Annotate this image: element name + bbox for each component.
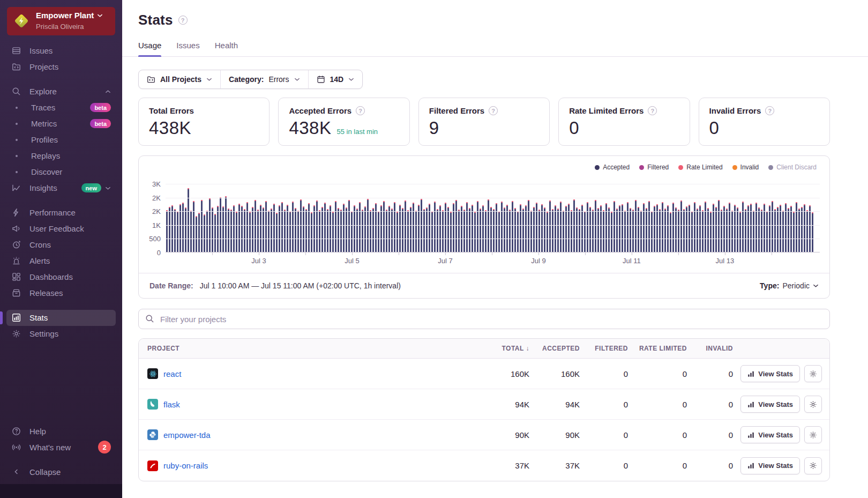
chart-bar[interactable] [480,209,481,252]
chart-bar[interactable] [230,210,232,252]
chart-bar[interactable] [472,205,473,252]
chart-bar[interactable] [731,211,733,252]
chart-bar[interactable] [316,200,318,252]
chart-bar[interactable] [394,202,395,252]
chart-bar[interactable] [683,209,685,252]
chart-bar[interactable] [699,205,701,252]
chart-bar[interactable] [571,210,572,252]
chart-bar[interactable] [581,205,583,252]
chart-bar[interactable] [447,207,449,252]
chart-bar[interactable] [592,210,594,252]
project-link[interactable]: ruby-on-rails [163,461,208,470]
chart-bar[interactable] [766,211,768,252]
chart-bar[interactable] [809,205,811,252]
chart-bar[interactable] [177,211,178,252]
chart-bar[interactable] [236,212,237,252]
chart-bar[interactable] [517,211,519,252]
chart-bar[interactable] [354,205,355,252]
chart-bar[interactable] [785,203,787,252]
chart-bar[interactable] [198,213,200,252]
chart-bar[interactable] [477,201,478,252]
chart-bar[interactable] [281,202,283,252]
chart-bar[interactable] [573,199,575,252]
legend-item-invalid[interactable]: Invalid [732,163,759,171]
chart-bar[interactable] [190,211,192,252]
chart-bar[interactable] [482,205,484,252]
legend-item-client-discard[interactable]: Client Discard [768,163,817,171]
sidebar-item-performance[interactable]: Performance [6,205,116,221]
chart-bar[interactable] [455,200,457,252]
chart-bar[interactable] [244,209,245,252]
chart-bar[interactable] [426,207,428,252]
chart-bar[interactable] [319,210,320,252]
chart-bar[interactable] [686,206,687,252]
chart-bar[interactable] [442,210,444,252]
chart-bar[interactable] [630,208,631,252]
chart-bar[interactable] [608,207,610,252]
chart-bar[interactable] [284,210,286,252]
help-icon[interactable] [765,106,774,115]
chart-bar[interactable] [297,211,299,252]
chart-bar[interactable] [579,209,580,252]
help-icon[interactable] [489,106,498,115]
chart-bar[interactable] [362,210,363,252]
chart-bar[interactable] [667,205,669,252]
chart-bar[interactable] [169,207,170,252]
chart-bar[interactable] [340,210,342,252]
chart-bar[interactable] [737,207,738,252]
chart-bar[interactable] [260,205,261,252]
chart-bar[interactable] [753,211,754,252]
chart-bar[interactable] [643,203,645,252]
chart-bar[interactable] [313,205,315,252]
chart-bar[interactable] [739,212,741,252]
chart-bar[interactable] [265,201,267,252]
chart-bar[interactable] [705,202,706,252]
chart-bar[interactable] [560,202,562,252]
chart-bar[interactable] [303,206,304,252]
chart-bar[interactable] [321,207,323,252]
chart-bar[interactable] [327,209,328,252]
chart-bar[interactable] [276,213,278,252]
sidebar-item-replays[interactable]: Replays [6,148,116,164]
chart-bar[interactable] [790,206,792,252]
chart-bar[interactable] [769,205,770,252]
sidebar-item-help[interactable]: Help [6,423,116,439]
chart-bar[interactable] [533,207,535,252]
chart-bar[interactable] [512,201,513,252]
chart-bar[interactable] [632,210,634,252]
chart-bar[interactable] [338,208,339,252]
chart-bar[interactable] [461,206,462,252]
chart-bar[interactable] [702,210,704,252]
sidebar-item-releases[interactable]: Releases [6,285,116,301]
chart-bar[interactable] [488,199,489,252]
project-settings-button[interactable] [804,396,822,413]
chart-bar[interactable] [410,207,411,252]
chart-bar[interactable] [689,205,690,252]
sidebar-item-explore[interactable]: Explore [6,84,116,100]
chart-bar[interactable] [396,212,398,252]
chart-bar[interactable] [530,211,532,252]
chart-bar[interactable] [434,202,436,252]
chart-bar[interactable] [522,209,524,252]
chart-bar[interactable] [691,211,693,252]
chart-bar[interactable] [605,203,607,252]
chart-bar[interactable] [613,201,615,252]
chart-bar[interactable] [405,200,406,252]
chart-bar[interactable] [279,205,280,252]
chart-bar[interactable] [734,205,736,252]
chart-bar[interactable] [217,206,219,252]
chart-bar[interactable] [600,205,602,252]
sidebar-item-settings[interactable]: Settings [6,326,116,342]
chart-bar[interactable] [166,210,168,252]
legend-item-accepted[interactable]: Accepted [595,163,630,171]
chart-bar[interactable] [627,202,628,252]
chart-bar[interactable] [249,212,251,252]
chart-bar[interactable] [678,210,679,252]
chart-bar[interactable] [204,214,205,252]
chart-bar[interactable] [672,203,674,252]
project-search-input[interactable] [138,309,830,329]
sidebar-item-issues[interactable]: Issues [6,43,116,59]
chart-bar[interactable] [225,196,227,252]
page-title-help-icon[interactable] [178,16,188,25]
chart-bar[interactable] [289,211,291,252]
